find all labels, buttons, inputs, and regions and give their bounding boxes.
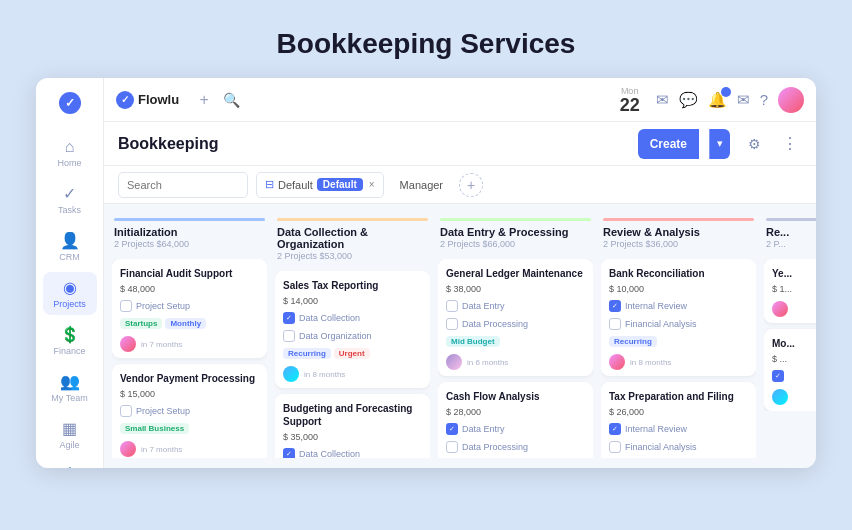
col-header-datacollection: Data Collection & Organization 2 Project…: [275, 214, 430, 265]
page-title: Bookkeeping Services: [277, 0, 576, 78]
card-footer: in 8 months: [283, 366, 422, 382]
card-tags: Mid Budget: [446, 336, 585, 347]
mail-icon[interactable]: ✉: [656, 91, 669, 109]
subtask-checkbox-checked[interactable]: [446, 423, 458, 435]
agile-icon: ▦: [62, 419, 77, 438]
subtask-checkbox-checked[interactable]: [283, 312, 295, 324]
search-input[interactable]: [118, 172, 248, 198]
subtask-label: Internal Review: [625, 424, 687, 434]
card-tags: Recurring: [609, 336, 748, 347]
kanban-board: Initialization 2 Projects $64,000 Financ…: [104, 204, 816, 468]
col-header-dataentry: Data Entry & Processing 2 Projects $66,0…: [438, 214, 593, 253]
card-time: in 8 months: [630, 358, 671, 367]
subtask-label: Financial Analysis: [625, 319, 697, 329]
kanban-col-dataentry: Data Entry & Processing 2 Projects $66,0…: [438, 214, 593, 458]
tag-midbudget: Mid Budget: [446, 336, 500, 347]
card-footer: in 6 months: [446, 354, 585, 370]
card-footer: in 7 months: [120, 441, 259, 457]
card-title: Ye...: [772, 267, 816, 280]
subtask-label: Internal Review: [625, 301, 687, 311]
card-subtask: Data Collection: [283, 312, 422, 324]
card-bank-recon[interactable]: Bank Reconciliation $ 10,000 Internal Re…: [601, 259, 756, 376]
card-tags: Recurring Urgent: [283, 348, 422, 359]
card-price: $ ...: [772, 354, 816, 364]
filter-button[interactable]: ⊟ Default Default ×: [256, 172, 384, 198]
subtask-checkbox[interactable]: [609, 441, 621, 453]
filter-close-icon[interactable]: ×: [369, 179, 375, 190]
subtask-checkbox[interactable]: [609, 318, 621, 330]
card-title: Vendor Payment Processing: [120, 372, 259, 385]
sidebar-item-knowledge[interactable]: 📋 Knowledge Base: [43, 460, 97, 468]
tag-monthly: Monthly: [165, 318, 206, 329]
message-icon[interactable]: ✉: [737, 91, 750, 109]
kanban-col-review: Review & Analysis 2 Projects $36,000 Ban…: [601, 214, 756, 458]
card-subtask: Project Setup: [120, 300, 259, 312]
sidebar-item-crm[interactable]: 👤 CRM: [43, 225, 97, 268]
card-sales-tax[interactable]: Sales Tax Reporting $ 14,000 Data Collec…: [275, 271, 430, 388]
add-column-button[interactable]: +: [459, 173, 483, 197]
create-caret-button[interactable]: ▾: [709, 129, 730, 159]
subtask-checkbox[interactable]: [446, 300, 458, 312]
subtask-checkbox-checked[interactable]: [772, 370, 784, 382]
sidebar-item-projects[interactable]: ◉ Projects: [43, 272, 97, 315]
card-title: Mo...: [772, 337, 816, 350]
chat-icon[interactable]: 💬: [679, 91, 698, 109]
card-partial-2[interactable]: Mo... $ ...: [764, 329, 816, 411]
card-tax-prep[interactable]: Tax Preparation and Filing $ 26,000 Inte…: [601, 382, 756, 458]
subtask-label: Data Processing: [462, 319, 528, 329]
user-avatar[interactable]: [778, 87, 804, 113]
sidebar-item-agile[interactable]: ▦ Agile: [43, 413, 97, 456]
card-footer: [772, 389, 816, 405]
search-icon[interactable]: 🔍: [223, 92, 240, 108]
create-button[interactable]: Create: [638, 129, 699, 159]
subtask-checkbox[interactable]: [446, 441, 458, 453]
subtask-checkbox[interactable]: [446, 318, 458, 330]
subtask-label: Data Processing: [462, 442, 528, 452]
subtask-checkbox-checked[interactable]: [609, 423, 621, 435]
card-vendor-payment[interactable]: Vendor Payment Processing $ 15,000 Proje…: [112, 364, 267, 458]
col-title: Review & Analysis: [603, 226, 754, 238]
col-body-initialization: Financial Audit Support $ 48,000 Project…: [112, 259, 267, 458]
card-title: Budgeting and Forecasting Support: [283, 402, 422, 428]
more-options-button[interactable]: ⋮: [778, 132, 802, 156]
subtask-label: Data Collection: [299, 449, 360, 458]
sidebar-item-tasks[interactable]: ✓ Tasks: [43, 178, 97, 221]
content-header: Bookkeeping Create ▾ ⚙ ⋮: [104, 122, 816, 166]
help-icon[interactable]: ?: [760, 91, 768, 108]
sidebar-item-finance[interactable]: 💲 Finance: [43, 319, 97, 362]
sidebar-item-label: Tasks: [58, 205, 81, 215]
sidebar-item-label: Home: [57, 158, 81, 168]
card-general-ledger[interactable]: General Ledger Maintenance $ 38,000 Data…: [438, 259, 593, 376]
subtask-checkbox-checked[interactable]: [283, 448, 295, 458]
app-window: ⌂ Home ✓ Tasks 👤 CRM ◉ Projects 💲 Financ…: [36, 78, 816, 468]
card-financial-audit[interactable]: Financial Audit Support $ 48,000 Project…: [112, 259, 267, 358]
main-area: Flowlu + 🔍 Mon 22 ✉ 💬 🔔 ✉ ?: [104, 78, 816, 468]
manager-button[interactable]: Manager: [392, 172, 451, 198]
subtask-checkbox[interactable]: [120, 300, 132, 312]
subtask-checkbox[interactable]: [283, 330, 295, 342]
card-subtask2: Data Organization: [283, 330, 422, 342]
subtask-checkbox-checked[interactable]: [609, 300, 621, 312]
sidebar-item-label: CRM: [59, 252, 80, 262]
card-cashflow[interactable]: Cash Flow Analysis $ 28,000 Data Entry D…: [438, 382, 593, 458]
col-meta: 2 Projects $53,000: [277, 251, 428, 261]
card-subtask2: Data Processing: [446, 441, 585, 453]
subtask-label: Data Collection: [299, 313, 360, 323]
sidebar-item-myteam[interactable]: 👥 My Team: [43, 366, 97, 409]
card-title: Cash Flow Analysis: [446, 390, 585, 403]
notification-icon[interactable]: 🔔: [708, 91, 727, 109]
card-partial-1[interactable]: Ye... $ 1...: [764, 259, 816, 323]
col-header-review: Review & Analysis 2 Projects $36,000: [601, 214, 756, 253]
avatar: [772, 301, 788, 317]
card-budgeting[interactable]: Budgeting and Forecasting Support $ 35,0…: [275, 394, 430, 458]
sidebar-logo: [59, 88, 81, 118]
settings-button[interactable]: ⚙: [740, 130, 768, 158]
sidebar-item-label: Finance: [53, 346, 85, 356]
topbar-dow: Mon: [621, 86, 639, 96]
topbar-actions: ✉ 💬 🔔 ✉ ?: [656, 87, 804, 113]
col-body-review: Bank Reconciliation $ 10,000 Internal Re…: [601, 259, 756, 458]
sidebar-item-home[interactable]: ⌂ Home: [43, 132, 97, 174]
avatar: [283, 366, 299, 382]
subtask-checkbox[interactable]: [120, 405, 132, 417]
topbar-plus-button[interactable]: +: [193, 89, 215, 111]
